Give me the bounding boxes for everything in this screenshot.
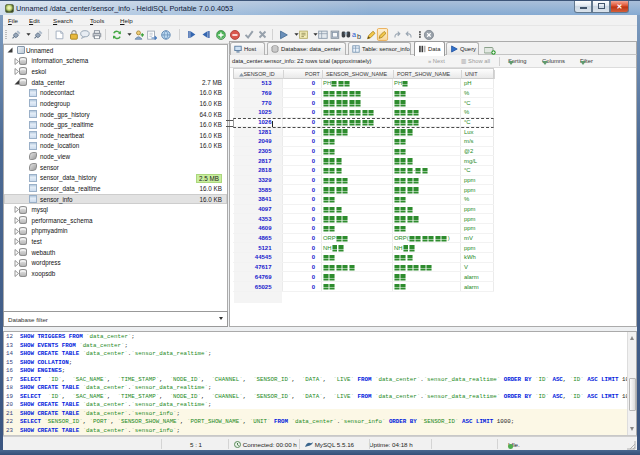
svg-text:b: b (357, 32, 361, 39)
